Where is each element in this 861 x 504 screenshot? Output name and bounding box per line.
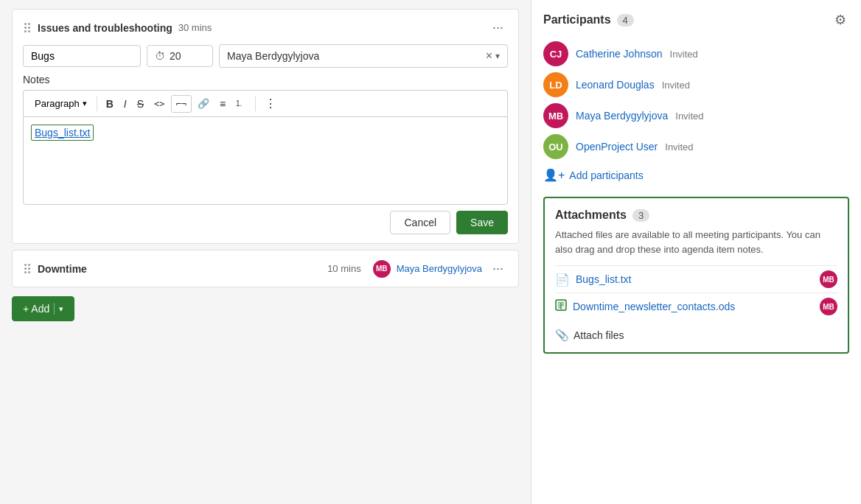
participants-header: Participants 4 ⚙ bbox=[543, 9, 849, 31]
participant-row: LD Leonard Douglas Invited bbox=[543, 69, 849, 100]
add-label: + Add bbox=[23, 303, 49, 315]
add-participants-button[interactable]: 👤+ Add participants bbox=[543, 165, 644, 185]
agenda-card-header-left: Issues and troubleshooting 30 mins bbox=[23, 21, 212, 34]
downtime-assignee-link[interactable]: Maya Berdygylyjova bbox=[397, 263, 482, 274]
downtime-title: Downtime bbox=[38, 263, 321, 275]
drag-handle[interactable] bbox=[23, 21, 32, 34]
toolbar-separator-1 bbox=[97, 97, 97, 111]
strikethrough-button[interactable]: S bbox=[133, 95, 148, 113]
notes-label: Notes bbox=[23, 74, 508, 85]
svg-text:1.: 1. bbox=[236, 99, 242, 108]
participant-name-1[interactable]: Leonard Douglas bbox=[576, 79, 655, 91]
code-block-button[interactable]: ⌐¬ bbox=[171, 95, 192, 113]
editor-toolbar: Paragraph ▾ B I S <> ⌐¬ 🔗 ≡ 1. ⋮ bbox=[23, 90, 508, 116]
txt-file-icon: 📄 bbox=[555, 273, 570, 287]
attachment-name-1[interactable]: Downtime_newsletter_contacts.ods bbox=[573, 301, 735, 312]
downtime-assignee-name: Maya Berdygylyjova bbox=[397, 263, 482, 274]
attach-files-label: Attach files bbox=[574, 329, 624, 341]
agenda-card-header: Issues and troubleshooting 30 mins ··· bbox=[23, 18, 508, 37]
downtime-drag-handle[interactable] bbox=[23, 262, 32, 275]
attachment-left-0: 📄 Bugs_list.txt bbox=[555, 273, 631, 287]
downtime-duration: 10 mins bbox=[327, 263, 361, 274]
attachment-left-1: Downtime_newsletter_contacts.ods bbox=[555, 299, 735, 314]
participant-status-3: Invited bbox=[665, 141, 693, 153]
participants-section: Participants 4 ⚙ CJ Catherine Johnson In… bbox=[543, 9, 849, 185]
chevron-down-icon: ▾ bbox=[495, 51, 500, 61]
editor-link[interactable]: Bugs_list.txt bbox=[31, 125, 94, 141]
editor-area[interactable]: Bugs_list.txt bbox=[23, 116, 508, 205]
ordered-list-button[interactable]: 1. bbox=[231, 96, 251, 112]
attachments-count-badge: 3 bbox=[632, 209, 649, 222]
attachment-row-1: Downtime_newsletter_contacts.ods MB bbox=[555, 293, 837, 320]
assignee-name: Maya Berdygylyjova bbox=[227, 50, 319, 62]
duration-input-wrapper[interactable]: ⏱ 20 bbox=[147, 45, 213, 67]
attachment-name-0[interactable]: Bugs_list.txt bbox=[576, 273, 631, 285]
ods-file-icon bbox=[555, 299, 567, 314]
settings-gear-button[interactable]: ⚙ bbox=[832, 9, 849, 31]
participant-name-3[interactable]: OpenProject User bbox=[576, 141, 658, 153]
add-btn-separator bbox=[54, 303, 55, 315]
more-toolbar-button[interactable]: ⋮ bbox=[260, 94, 281, 113]
participant-status-0: Invited bbox=[670, 49, 698, 60]
paragraph-select[interactable]: Paragraph ▾ bbox=[29, 95, 92, 112]
bugs-input[interactable] bbox=[23, 45, 141, 67]
cancel-button[interactable]: Cancel bbox=[390, 211, 450, 234]
participants-title: Participants bbox=[543, 13, 611, 27]
participant-status-1: Invited bbox=[662, 80, 690, 91]
duration-value: 20 bbox=[170, 50, 181, 62]
participant-status-2: Invited bbox=[675, 111, 703, 122]
add-dropdown-icon[interactable]: ▾ bbox=[59, 304, 63, 314]
agenda-item-duration: 30 mins bbox=[178, 22, 212, 33]
left-panel: Issues and troubleshooting 30 mins ··· ⏱… bbox=[0, 0, 531, 504]
agenda-card-issues: Issues and troubleshooting 30 mins ··· ⏱… bbox=[12, 9, 519, 244]
gear-icon: ⚙ bbox=[834, 13, 846, 27]
participant-row: CJ Catherine Johnson Invited bbox=[543, 38, 849, 69]
bullet-list-button[interactable]: ≡ bbox=[215, 95, 230, 113]
attachment-uploader-0: MB bbox=[820, 270, 837, 288]
assignee-select[interactable]: Maya Berdygylyjova × ▾ bbox=[219, 44, 508, 68]
select-icons: × ▾ bbox=[486, 49, 500, 63]
avatar-ou: OU bbox=[543, 134, 568, 159]
add-participants-label: Add participants bbox=[569, 169, 643, 181]
participant-name-2[interactable]: Maya Berdygylyjova bbox=[576, 110, 668, 122]
avatar-mb: MB bbox=[543, 103, 568, 128]
participants-count-badge: 4 bbox=[617, 14, 634, 27]
right-panel: Participants 4 ⚙ CJ Catherine Johnson In… bbox=[531, 0, 861, 504]
avatar-ld: LD bbox=[543, 72, 568, 97]
clear-icon[interactable]: × bbox=[486, 49, 492, 63]
agenda-more-button[interactable]: ··· bbox=[488, 18, 508, 37]
attachments-section: Attachments 3 Attached files are availab… bbox=[543, 197, 849, 354]
clock-icon: ⏱ bbox=[155, 50, 165, 62]
paragraph-label: Paragraph bbox=[35, 98, 80, 109]
attach-files-button[interactable]: 📎 Attach files bbox=[555, 323, 624, 342]
attachments-header: Attachments 3 bbox=[555, 209, 837, 222]
attachments-title: Attachments bbox=[555, 209, 627, 222]
attachments-description: Attached files are available to all meet… bbox=[555, 228, 837, 256]
downtime-more-button[interactable]: ··· bbox=[488, 259, 508, 278]
participant-row: OU OpenProject User Invited bbox=[543, 131, 849, 162]
action-row: Cancel Save bbox=[23, 211, 508, 234]
add-button[interactable]: + Add ▾ bbox=[12, 296, 74, 321]
downtime-assignee-avatar: MB bbox=[373, 260, 391, 278]
paperclip-icon: 📎 bbox=[555, 329, 569, 342]
participant-row: MB Maya Berdygylyjova Invited bbox=[543, 100, 849, 131]
code-button[interactable]: <> bbox=[150, 96, 169, 112]
toolbar-separator-2 bbox=[255, 97, 256, 111]
italic-button[interactable]: I bbox=[119, 95, 131, 113]
add-participant-icon: 👤+ bbox=[543, 168, 565, 182]
participants-title-row: Participants 4 bbox=[543, 13, 634, 27]
bold-button[interactable]: B bbox=[102, 95, 118, 113]
link-button[interactable]: 🔗 bbox=[193, 95, 214, 112]
participant-name-0[interactable]: Catherine Johnson bbox=[576, 48, 663, 60]
downtime-card: Downtime 10 mins MB Maya Berdygylyjova ·… bbox=[12, 250, 519, 287]
attachment-row-0: 📄 Bugs_list.txt MB bbox=[555, 265, 837, 293]
agenda-item-title: Issues and troubleshooting bbox=[38, 22, 172, 34]
attachment-uploader-1: MB bbox=[820, 298, 837, 315]
agenda-form-row: ⏱ 20 Maya Berdygylyjova × ▾ bbox=[23, 44, 508, 68]
paragraph-chevron-icon: ▾ bbox=[83, 99, 87, 108]
save-button[interactable]: Save bbox=[456, 211, 508, 234]
avatar-cj: CJ bbox=[543, 41, 568, 66]
